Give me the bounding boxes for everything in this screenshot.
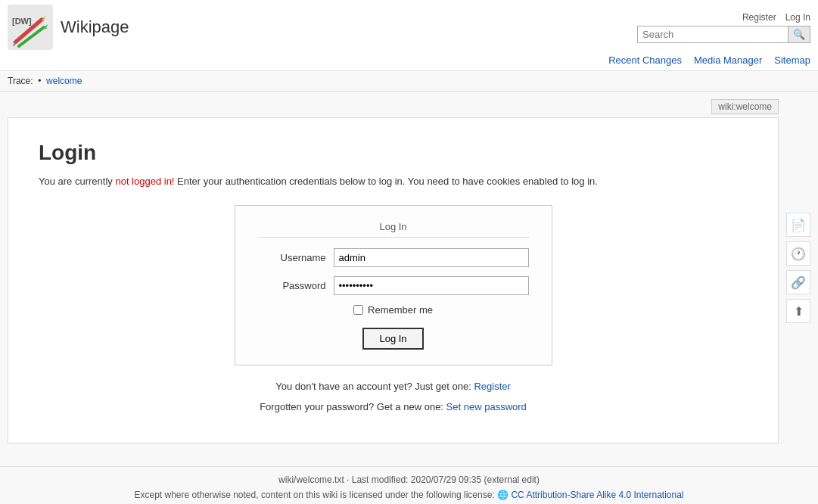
site-logo: [DW] [8, 5, 53, 50]
main-wrapper: wiki:welcome Login You are currently not… [0, 92, 818, 451]
notice-suffix: Enter your authentication credentials be… [175, 176, 598, 187]
username-row: Username [258, 248, 529, 267]
header-top: [DW] Wikipage Register Log In 🔍 [8, 0, 810, 51]
logo-area: [DW] Wikipage [8, 5, 129, 50]
login-form-title: Log In [258, 221, 529, 238]
top-icon[interactable]: ⬆ [786, 299, 810, 323]
forgot-line: Forgotten your password? Get a new one: … [39, 401, 748, 412]
register-action-link[interactable]: Register [474, 381, 510, 392]
search-button[interactable]: 🔍 [788, 26, 810, 43]
login-box: Login You are currently not logged in! E… [8, 117, 779, 443]
search-input[interactable] [637, 26, 788, 43]
wiki-label: wiki:welcome [711, 99, 779, 114]
footer-license: Except where otherwise noted, content on… [8, 490, 810, 500]
footer-meta: wiki/welcome.txt · Last modified: 2020/0… [8, 474, 810, 485]
breadcrumb-welcome[interactable]: welcome [46, 76, 82, 86]
login-form-wrapper: Log In Username Password Remember me Log… [235, 205, 552, 366]
license-prefix: Except where otherwise noted, content on… [134, 490, 497, 500]
media-manager-link[interactable]: Media Manager [694, 54, 762, 66]
breadcrumb: Trace: • welcome [0, 71, 818, 92]
header: [DW] Wikipage Register Log In 🔍 Recen [0, 0, 818, 71]
login-notice: You are currently not logged in! Enter y… [39, 176, 748, 187]
register-prefix: You don't have an account yet? Just get … [275, 381, 474, 392]
sitemap-link[interactable]: Sitemap [774, 54, 810, 66]
notice-prefix: You are currently [39, 176, 115, 187]
search-bar: 🔍 [637, 26, 810, 43]
site-title: Wikipage [61, 17, 129, 37]
trace-label: Trace: [8, 76, 33, 86]
header-right: Register Log In 🔍 [637, 12, 810, 43]
page-icon[interactable]: 📄 [786, 213, 810, 237]
nav-links: Recent Changes Media Manager Sitemap [8, 51, 810, 70]
login-button[interactable]: Log In [362, 328, 423, 350]
remember-label: Remember me [368, 304, 433, 316]
forgot-prefix: Forgotten your password? Get a new one: [260, 401, 446, 412]
login-title: Login [39, 141, 748, 165]
password-input[interactable] [334, 276, 529, 295]
set-password-link[interactable]: Set new password [446, 401, 527, 412]
notice-logged-out: not logged in! [115, 176, 174, 187]
login-link[interactable]: Log In [785, 12, 810, 23]
page-content: wiki:welcome Login You are currently not… [8, 99, 779, 443]
footer: wiki/welcome.txt · Last modified: 2020/0… [0, 466, 818, 504]
recent-changes-link[interactable]: Recent Changes [608, 54, 682, 66]
password-row: Password [258, 276, 529, 295]
user-actions: Register Log In [742, 12, 810, 23]
svg-text:[DW]: [DW] [12, 17, 32, 26]
backlinks-icon[interactable]: 🔗 [786, 270, 810, 294]
username-label: Username [258, 252, 334, 263]
remember-checkbox[interactable] [353, 305, 363, 315]
remember-row: Remember me [258, 304, 529, 316]
register-link[interactable]: Register [742, 12, 776, 23]
register-line: You don't have an account yet? Just get … [39, 381, 748, 392]
history-icon[interactable]: 🕐 [786, 241, 810, 266]
license-link[interactable]: CC Attribution-Share Alike 4.0 Internati… [511, 490, 683, 500]
username-input[interactable] [334, 248, 529, 267]
sidebar-icons: 📄 🕐 🔗 ⬆ [786, 99, 810, 443]
password-label: Password [258, 280, 334, 291]
